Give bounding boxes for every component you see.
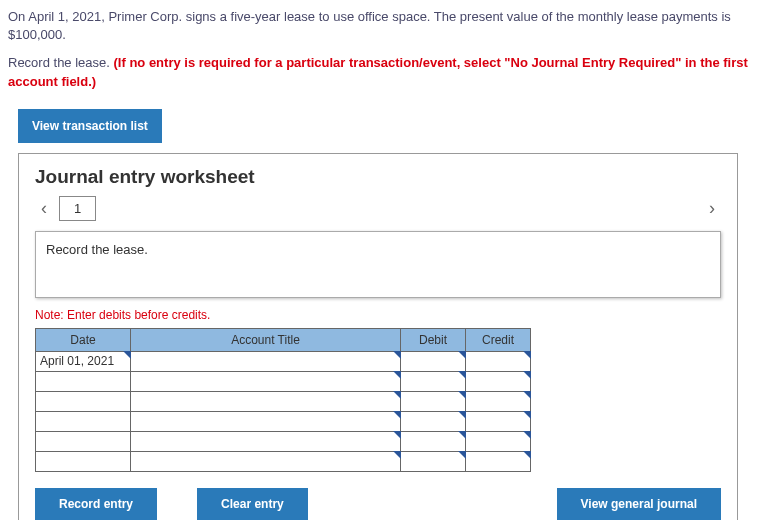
credit-cell[interactable] bbox=[466, 451, 531, 471]
date-cell[interactable] bbox=[36, 371, 131, 391]
account-cell[interactable] bbox=[131, 411, 401, 431]
col-date-header: Date bbox=[36, 328, 131, 351]
note-text: Note: Enter debits before credits. bbox=[35, 308, 721, 322]
debit-cell[interactable] bbox=[401, 451, 466, 471]
col-account-header: Account Title bbox=[131, 328, 401, 351]
prompt-line2b: (If no entry is required for a particula… bbox=[8, 55, 748, 88]
date-cell[interactable] bbox=[36, 431, 131, 451]
credit-cell[interactable] bbox=[466, 371, 531, 391]
col-credit-header: Credit bbox=[466, 328, 531, 351]
debit-cell[interactable] bbox=[401, 371, 466, 391]
debit-cell[interactable] bbox=[401, 391, 466, 411]
credit-cell[interactable] bbox=[466, 351, 531, 371]
journal-worksheet: Journal entry worksheet ‹ 1 › Record the… bbox=[18, 153, 738, 520]
prompt-line2a: Record the lease. bbox=[8, 55, 114, 70]
instruction-text: Record the lease. bbox=[46, 242, 148, 257]
date-cell[interactable] bbox=[36, 451, 131, 471]
credit-cell[interactable] bbox=[466, 391, 531, 411]
col-debit-header: Debit bbox=[401, 328, 466, 351]
account-cell[interactable] bbox=[131, 351, 401, 371]
next-arrow-icon[interactable]: › bbox=[703, 198, 721, 219]
debit-cell[interactable] bbox=[401, 351, 466, 371]
date-cell[interactable] bbox=[36, 391, 131, 411]
tab-1[interactable]: 1 bbox=[59, 196, 96, 221]
date-cell[interactable] bbox=[36, 411, 131, 431]
account-cell[interactable] bbox=[131, 371, 401, 391]
clear-entry-button[interactable]: Clear entry bbox=[197, 488, 308, 520]
view-transaction-list-button[interactable]: View transaction list bbox=[18, 109, 162, 143]
journal-entry-table: Date Account Title Debit Credit April 01… bbox=[35, 328, 531, 472]
instruction-box: Record the lease. bbox=[35, 231, 721, 298]
table-row bbox=[36, 391, 531, 411]
table-row bbox=[36, 411, 531, 431]
view-general-journal-button[interactable]: View general journal bbox=[557, 488, 721, 520]
date-cell[interactable]: April 01, 2021 bbox=[36, 351, 131, 371]
debit-cell[interactable] bbox=[401, 411, 466, 431]
prompt-line1: On April 1, 2021, Primer Corp. signs a f… bbox=[8, 8, 775, 44]
record-entry-button[interactable]: Record entry bbox=[35, 488, 157, 520]
prev-arrow-icon[interactable]: ‹ bbox=[35, 198, 53, 219]
debit-cell[interactable] bbox=[401, 431, 466, 451]
table-row bbox=[36, 431, 531, 451]
account-cell[interactable] bbox=[131, 391, 401, 411]
credit-cell[interactable] bbox=[466, 431, 531, 451]
account-cell[interactable] bbox=[131, 431, 401, 451]
table-row: April 01, 2021 bbox=[36, 351, 531, 371]
table-row bbox=[36, 451, 531, 471]
table-row bbox=[36, 371, 531, 391]
credit-cell[interactable] bbox=[466, 411, 531, 431]
account-cell[interactable] bbox=[131, 451, 401, 471]
worksheet-title: Journal entry worksheet bbox=[35, 166, 721, 188]
